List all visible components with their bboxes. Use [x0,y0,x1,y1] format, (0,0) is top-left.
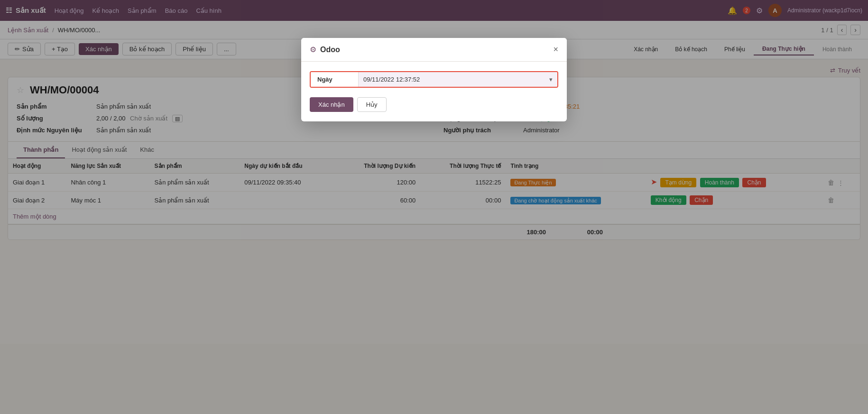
modal-overlay: ⚙ Odoo × Ngày ▾ Xác nhận Hủy [0,0,868,344]
modal-header: ⚙ Odoo × [301,38,567,62]
modal-close-button[interactable]: × [553,45,558,55]
modal-dropdown-arrow-icon[interactable]: ▾ [545,72,557,87]
modal-icon: ⚙ [310,45,316,54]
modal-field-row: Ngày ▾ [310,71,558,88]
modal-actions: Xác nhận Hủy [310,97,558,112]
modal-title: Odoo [320,46,549,54]
modal-confirm-button[interactable]: Xác nhận [310,97,353,112]
modal-dialog: ⚙ Odoo × Ngày ▾ Xác nhận Hủy [301,38,567,121]
modal-cancel-button[interactable]: Hủy [357,97,387,112]
modal-field-label: Ngày [311,72,358,87]
modal-date-input[interactable] [358,72,545,87]
modal-body: Ngày ▾ Xác nhận Hủy [301,62,567,121]
